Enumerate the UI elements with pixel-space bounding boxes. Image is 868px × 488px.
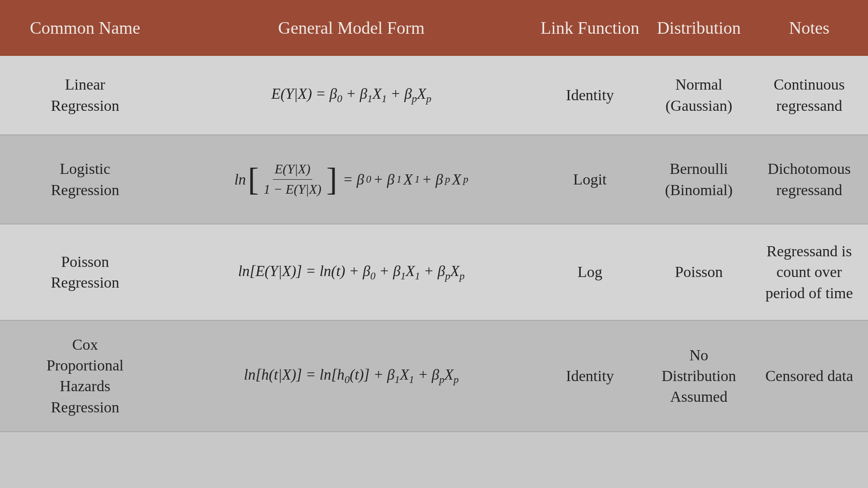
header-common-name: Common Name [0,10,170,46]
formula-linear: E(Y|X) = β0 + β1X1 + βpXp [170,74,533,116]
formula-logistic: ln [ E(Y|X) 1 − E(Y|X) ] = β0 + β1X1 + β… [170,147,533,211]
header-notes: Notes [750,10,868,46]
notes-cox: Censored data [750,352,868,400]
notes-logistic: Dichotomousregressand [750,145,868,213]
table-row: LinearRegression E(Y|X) = β0 + β1X1 + βp… [0,56,868,135]
row-name-linear: LinearRegression [0,61,170,129]
header-model-form: General Model Form [170,10,533,46]
row-name-poisson: PoissonRegression [0,238,170,306]
regression-table: Common Name General Model Form Link Func… [0,0,868,488]
row-name-logistic: LogisticRegression [0,145,170,213]
table-row: PoissonRegression ln[E(Y|X)] = ln(t) + β… [0,224,868,321]
formula-cox: ln[h(t|X)] = ln[h0(t)] + β1X1 + βpXp [170,355,533,396]
link-poisson: Log [533,248,647,296]
link-linear: Identity [533,71,647,119]
dist-cox: NoDistributionAssumed [647,331,750,421]
link-cox: Identity [533,352,647,400]
notes-poisson: Regressand iscount overperiod of time [750,227,868,317]
link-logistic: Logit [533,156,647,203]
formula-poisson: ln[E(Y|X)] = ln(t) + β0 + β1X1 + βpXp [170,251,533,293]
header-link-function: Link Function [533,10,647,46]
row-name-cox: CoxProportionalHazardsRegression [0,321,170,431]
header-distribution: Distribution [647,10,750,46]
table-header: Common Name General Model Form Link Func… [0,0,868,56]
dist-logistic: Bernoulli(Binomial) [647,145,750,213]
dist-linear: Normal(Gaussian) [647,61,750,129]
table-row: CoxProportionalHazardsRegression ln[h(t|… [0,321,868,432]
dist-poisson: Poisson [647,248,750,296]
table-row: LogisticRegression ln [ E(Y|X) 1 − E(Y|X… [0,135,868,224]
notes-linear: Continuousregressand [750,61,868,129]
